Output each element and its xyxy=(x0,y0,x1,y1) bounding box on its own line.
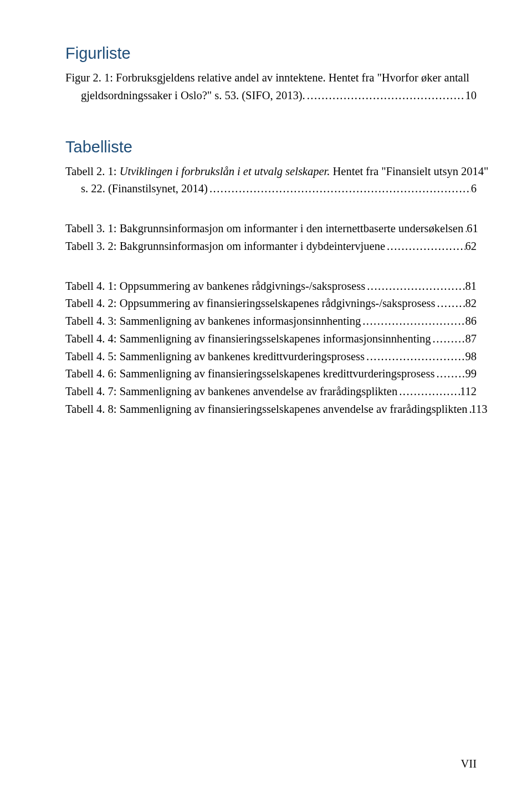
entry-text: Tabell 2. 1: Utviklingen i forbrukslån i… xyxy=(65,163,488,181)
entry-text: Tabell 4. 1: Oppsummering av bankenes rå… xyxy=(65,278,365,295)
entry-page[interactable]: 81 xyxy=(466,278,477,295)
entry-text: s. 22. (Finanstilsynet, 2014) xyxy=(81,180,208,198)
tabelliste-heading: Tabelliste xyxy=(65,138,477,156)
tabelliste-section: Tabelliste Tabell 2. 1: Utviklingen i fo… xyxy=(65,138,477,198)
toc-entry: Figur 2. 1: Forbruksgjeldens relative an… xyxy=(65,69,477,87)
entry-page[interactable]: 61 xyxy=(467,220,478,238)
toc-entry: Tabell 4. 1: Oppsummering av bankenes rå… xyxy=(65,278,477,295)
toc-entry: Tabell 3. 2: Bakgrunnsinformasjon om inf… xyxy=(65,238,477,255)
toc-entry: Tabell 4. 4: Sammenligning av finansieri… xyxy=(65,330,477,348)
toc-entry: Tabell 3. 1: Bakgrunnsinformasjon om inf… xyxy=(65,220,477,238)
entry-text: Tabell 4. 8: Sammenligning av finansieri… xyxy=(65,401,468,418)
leader-dots xyxy=(365,278,465,295)
entry-text: Tabell 3. 2: Bakgrunnsinformasjon om inf… xyxy=(65,238,385,255)
leader-dots xyxy=(436,295,466,313)
entry-text: Tabell 4. 5: Sammenligning av bankenes k… xyxy=(65,348,365,366)
entry-page[interactable]: 98 xyxy=(466,348,477,366)
toc-entry: gjeldsordningssaker i Oslo?" s. 53. (SIF… xyxy=(65,87,477,105)
leader-dots xyxy=(431,330,466,348)
toc-entry: Tabell 4. 8: Sammenligning av finansieri… xyxy=(65,401,477,418)
toc-entry: Tabell 4. 3: Sammenligning av bankenes i… xyxy=(65,313,477,330)
leader-dots xyxy=(397,383,460,401)
entry-text: gjeldsordningssaker i Oslo?" s. 53. (SIF… xyxy=(81,87,305,105)
entry-text: Figur 2. 1: Forbruksgjeldens relative an… xyxy=(65,69,469,87)
entry-page[interactable]: 113 xyxy=(471,401,488,418)
toc-entry: s. 22. (Finanstilsynet, 2014) 6 xyxy=(65,180,477,198)
entry-page[interactable]: 6 xyxy=(471,180,477,198)
toc-entry: Tabell 2. 1: Utviklingen i forbrukslån i… xyxy=(65,163,477,181)
entry-page[interactable]: 99 xyxy=(466,365,477,383)
leader-dots xyxy=(434,365,465,383)
entry-page[interactable]: 112 xyxy=(460,383,477,401)
entry-text: Tabell 4. 4: Sammenligning av finansieri… xyxy=(65,330,431,348)
figurliste-heading: Figurliste xyxy=(65,44,477,63)
tabelliste-group3: Tabell 4. 1: Oppsummering av bankenes rå… xyxy=(65,278,477,418)
toc-entry: Tabell 4. 5: Sammenligning av bankenes k… xyxy=(65,348,477,366)
toc-entry: Tabell 4. 2: Oppsummering av finansierin… xyxy=(65,295,477,313)
toc-entry: Tabell 4. 6: Sammenligning av finansieri… xyxy=(65,365,477,383)
entry-text: Tabell 4. 6: Sammenligning av finansieri… xyxy=(65,365,434,383)
entry-page[interactable]: 62 xyxy=(466,238,477,255)
toc-entry: Tabell 4. 7: Sammenligning av bankenes a… xyxy=(65,383,477,401)
figurliste-section: Figurliste Figur 2. 1: Forbruksgjeldens … xyxy=(65,44,477,105)
entry-page[interactable]: 10 xyxy=(466,87,477,105)
entry-text: Tabell 4. 3: Sammenligning av bankenes i… xyxy=(65,313,361,330)
leader-dots xyxy=(208,180,471,198)
entry-page[interactable]: 87 xyxy=(466,330,477,348)
leader-dots xyxy=(365,348,466,366)
leader-dots xyxy=(385,238,466,255)
page-number: VII xyxy=(461,758,477,770)
entry-text: Tabell 3. 1: Bakgrunnsinformasjon om inf… xyxy=(65,220,463,238)
entry-page[interactable]: 82 xyxy=(466,295,477,313)
leader-dots xyxy=(305,87,466,105)
leader-dots xyxy=(361,313,465,330)
entry-page[interactable]: 86 xyxy=(466,313,477,330)
tabelliste-group2: Tabell 3. 1: Bakgrunnsinformasjon om inf… xyxy=(65,220,477,255)
entry-text: Tabell 4. 7: Sammenligning av bankenes a… xyxy=(65,383,397,401)
entry-text: Tabell 4. 2: Oppsummering av finansierin… xyxy=(65,295,436,313)
